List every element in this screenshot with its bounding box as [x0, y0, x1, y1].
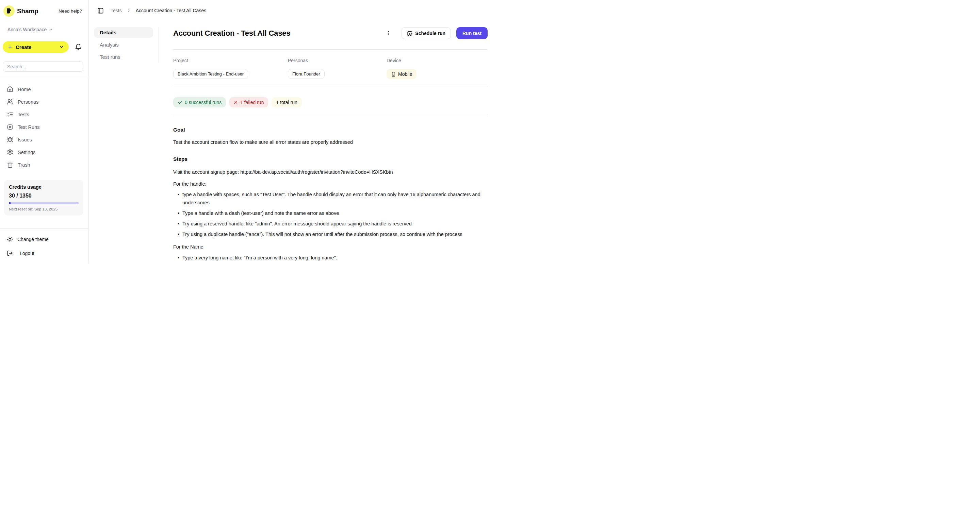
trash-icon	[7, 162, 13, 168]
logout-icon	[7, 250, 13, 256]
sidebar-item-label: Settings	[18, 149, 35, 155]
chevron-down-icon	[49, 27, 53, 32]
credits-usage-card: Credits usage 30 / 1350 Next reset on: S…	[4, 180, 83, 216]
bell-icon	[75, 43, 82, 50]
sidebar-item-home[interactable]: Home	[3, 83, 86, 95]
list-item: Type a handle with a dash (test-user) an…	[173, 210, 488, 217]
credits-reset-text: Next reset on: Sep 13, 2025	[9, 207, 79, 211]
more-options-button[interactable]	[383, 29, 393, 37]
users-icon	[7, 98, 13, 105]
logout-button[interactable]: Logout	[3, 247, 86, 259]
tab-list: Details Analysis Test runs	[94, 27, 153, 264]
total-runs-badge: 1 total run	[272, 97, 301, 108]
list-item: type a handle with spaces, such as "Test…	[173, 191, 488, 207]
credits-progress-bar	[9, 202, 79, 204]
goal-text: Test the account creation flow to make s…	[173, 138, 488, 146]
create-label: Create	[16, 44, 32, 50]
device-value: Mobile	[398, 71, 412, 77]
divider	[173, 116, 488, 116]
chevron-down-icon	[59, 44, 64, 49]
panel-left-icon	[97, 8, 104, 14]
schedule-run-button[interactable]: Schedule run	[401, 27, 451, 39]
app-window: Shamp Need help? Anca's Workspace Create	[0, 0, 490, 264]
tab-divider	[159, 27, 159, 63]
create-button[interactable]: Create	[3, 41, 69, 53]
toggle-sidebar-button[interactable]	[97, 7, 105, 14]
bug-icon	[7, 137, 13, 143]
tab-analysis[interactable]: Analysis	[94, 40, 153, 50]
sidebar-item-personas[interactable]: Personas	[3, 95, 86, 108]
sidebar: Shamp Need help? Anca's Workspace Create	[0, 0, 89, 264]
goal-heading: Goal	[173, 126, 488, 134]
plus-icon	[8, 44, 13, 50]
successful-runs-text: 0 successful runs	[185, 100, 221, 105]
sidebar-item-label: Trash	[18, 162, 30, 168]
sidebar-item-settings[interactable]: Settings	[3, 146, 86, 159]
sidebar-item-tests[interactable]: Tests	[3, 108, 86, 121]
failed-runs-text: 1 failed run	[240, 100, 264, 105]
handle-bullet-list: type a handle with spaces, such as "Test…	[173, 191, 488, 239]
sidebar-item-trash[interactable]: Trash	[3, 159, 86, 171]
sidebar-item-issues[interactable]: Issues	[3, 133, 86, 146]
workspace-name: Anca's Workspace	[8, 27, 47, 32]
steps-intro: Visit the account signup page: https://b…	[173, 168, 488, 176]
chevron-right-icon	[127, 8, 131, 13]
credits-value: 30 / 1350	[9, 193, 79, 199]
brand[interactable]: Shamp	[3, 5, 38, 17]
project-label: Project	[173, 58, 288, 63]
breadcrumb-parent[interactable]: Tests	[111, 8, 122, 13]
need-help-link[interactable]: Need help?	[59, 8, 82, 14]
steps-heading: Steps	[173, 155, 488, 163]
device-chip: Mobile	[387, 69, 417, 79]
tab-test-runs[interactable]: Test runs	[94, 52, 153, 62]
puzzle-glyph	[6, 8, 12, 14]
change-theme-button[interactable]: Change theme	[3, 233, 86, 246]
calendar-clock-icon	[407, 30, 412, 36]
sidebar-header: Shamp Need help?	[0, 0, 88, 17]
meta-row: Project Black Ambition Testing - End-use…	[173, 58, 488, 79]
name-bullet-list: Type a very long name, like "I'm a perso…	[173, 254, 488, 262]
persona-chip[interactable]: Flora Founder	[288, 69, 325, 79]
change-theme-label: Change theme	[18, 237, 49, 242]
sun-icon	[7, 236, 13, 243]
content-row: Details Analysis Test runs Account Creat…	[89, 27, 490, 264]
play-circle-icon	[7, 124, 13, 130]
search-input[interactable]	[3, 61, 83, 72]
device-label: Device	[387, 58, 417, 63]
personas-label: Personas	[288, 58, 387, 63]
main-area: Tests Account Creation - Test All Cases …	[89, 0, 490, 264]
sidebar-item-test-runs[interactable]: Test Runs	[3, 121, 86, 133]
list-item: Try using a reserved handle, like "admin…	[173, 220, 488, 228]
list-item: Try using a duplicate handle ("anca"). T…	[173, 230, 488, 239]
run-test-button[interactable]: Run test	[456, 27, 488, 39]
sidebar-item-label: Personas	[18, 99, 38, 105]
run-stats-row: 0 successful runs 1 failed run 1 total r…	[173, 97, 488, 108]
sidebar-item-label: Test Runs	[18, 124, 40, 130]
x-icon	[234, 100, 238, 105]
sidebar-item-label: Home	[18, 87, 31, 92]
brand-name: Shamp	[17, 8, 38, 15]
project-chip[interactable]: Black Ambition Testing - End-user	[173, 69, 248, 79]
gear-icon	[7, 149, 13, 156]
sidebar-item-label: Issues	[18, 137, 32, 143]
workspace-selector[interactable]: Anca's Workspace	[0, 27, 88, 32]
logout-label: Logout	[20, 251, 34, 256]
list-item: Type a very long name, like "I'm a perso…	[173, 254, 488, 262]
breadcrumb-current: Account Creation - Test All Cases	[136, 8, 207, 13]
total-runs-text: 1 total run	[276, 100, 297, 105]
project-column: Project Black Ambition Testing - End-use…	[173, 58, 288, 79]
credits-progress-fill	[9, 202, 11, 204]
home-icon	[7, 86, 13, 92]
create-row: Create	[0, 41, 88, 53]
tab-details[interactable]: Details	[94, 27, 153, 38]
title-row: Account Creation - Test All Cases Schedu…	[173, 27, 488, 39]
breadcrumb: Tests Account Creation - Test All Cases	[89, 0, 490, 15]
device-column: Device Mobile	[387, 58, 417, 79]
sidebar-footer: Change theme Logout	[0, 229, 88, 264]
successful-runs-badge: 0 successful runs	[173, 97, 226, 108]
notifications-button[interactable]	[74, 43, 82, 51]
kebab-menu-icon	[385, 30, 391, 36]
test-description: Goal Test the account creation flow to m…	[173, 126, 488, 264]
personas-column: Personas Flora Founder	[288, 58, 387, 79]
checklist-icon	[7, 111, 13, 117]
